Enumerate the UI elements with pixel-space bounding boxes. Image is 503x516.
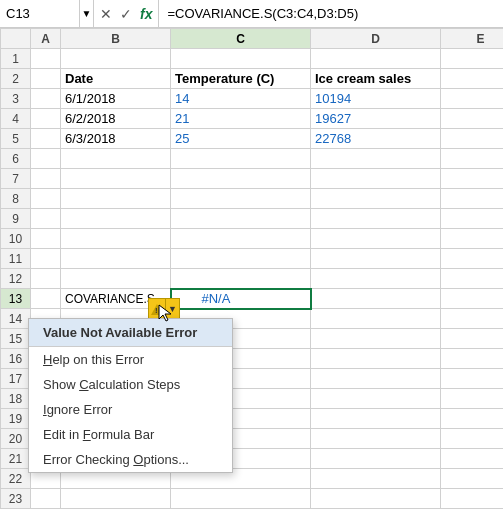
formula-input[interactable] xyxy=(159,6,503,21)
table-row: 11 xyxy=(1,249,504,269)
cell-d4[interactable]: 19627 xyxy=(311,109,441,129)
menu-item-ignore[interactable]: Ignore Error xyxy=(29,397,232,422)
col-header-b[interactable]: B xyxy=(61,29,171,49)
row-num-1: 1 xyxy=(1,49,31,69)
cell-reference-box[interactable]: C13 xyxy=(0,0,80,28)
cell-c13[interactable]: #N/A xyxy=(171,289,311,309)
table-row: 7 xyxy=(1,169,504,189)
col-header-d[interactable]: D xyxy=(311,29,441,49)
row-num-13: 13 xyxy=(1,289,31,309)
cell-c1[interactable] xyxy=(171,49,311,69)
chevron-down-icon: ▼ xyxy=(168,304,177,314)
cell-a3[interactable] xyxy=(31,89,61,109)
row-num-3: 3 xyxy=(1,89,31,109)
table-row: 4 6/2/2018 21 19627 xyxy=(1,109,504,129)
table-row: 5 6/3/2018 25 22768 xyxy=(1,129,504,149)
table-row: 9 xyxy=(1,209,504,229)
cell-c3[interactable]: 14 xyxy=(171,89,311,109)
formula-controls: ✕ ✓ fx xyxy=(94,0,159,28)
menu-item-label: Ignore Error xyxy=(43,402,112,417)
cell-e13[interactable] xyxy=(441,289,504,309)
menu-item-label: Error Checking Options... xyxy=(43,452,189,467)
cell-c4[interactable]: 21 xyxy=(171,109,311,129)
cell-ref-dropdown[interactable]: ▼ xyxy=(80,0,94,28)
table-row: 2 Date Temperature (C) Ice cream sales xyxy=(1,69,504,89)
cell-b4[interactable]: 6/2/2018 xyxy=(61,109,171,129)
cell-c5[interactable]: 25 xyxy=(171,129,311,149)
table-row: 1 xyxy=(1,49,504,69)
menu-item-calc[interactable]: Show Calculation Steps xyxy=(29,372,232,397)
table-row: 23 xyxy=(1,489,504,509)
col-header-c[interactable]: C xyxy=(171,29,311,49)
cell-a1[interactable] xyxy=(31,49,61,69)
menu-item-label: Show Calculation Steps xyxy=(43,377,180,392)
confirm-icon[interactable]: ✓ xyxy=(118,6,134,22)
cell-d13[interactable] xyxy=(311,289,441,309)
cell-a4[interactable] xyxy=(31,109,61,129)
cell-e3[interactable] xyxy=(441,89,504,109)
cell-b1[interactable] xyxy=(61,49,171,69)
row-num-2: 2 xyxy=(1,69,31,89)
cell-a2[interactable] xyxy=(31,69,61,89)
cancel-icon[interactable]: ✕ xyxy=(98,6,114,22)
error-dropdown-menu: Value Not Available Error Help on this E… xyxy=(28,318,233,473)
table-row: 12 xyxy=(1,269,504,289)
cell-c2[interactable]: Temperature (C) xyxy=(171,69,311,89)
cell-e4[interactable] xyxy=(441,109,504,129)
menu-item-label: Edit in Formula Bar xyxy=(43,427,154,442)
function-icon[interactable]: fx xyxy=(138,6,154,22)
error-indicator-button[interactable]: ! xyxy=(148,298,166,320)
cell-d2[interactable]: Ice cream sales xyxy=(311,69,441,89)
col-header-e[interactable]: E xyxy=(441,29,504,49)
cell-a13[interactable] xyxy=(31,289,61,309)
cell-e5[interactable] xyxy=(441,129,504,149)
menu-item-label: Help on this Error xyxy=(43,352,144,367)
cell-e1[interactable] xyxy=(441,49,504,69)
menu-item-options[interactable]: Error Checking Options... xyxy=(29,447,232,472)
error-dropdown-arrow[interactable]: ▼ xyxy=(166,298,180,320)
menu-item-formula-bar[interactable]: Edit in Formula Bar xyxy=(29,422,232,447)
cell-e2[interactable] xyxy=(441,69,504,89)
row-num-5: 5 xyxy=(1,129,31,149)
cell-d3[interactable]: 10194 xyxy=(311,89,441,109)
menu-header: Value Not Available Error xyxy=(29,319,232,347)
table-row: 8 xyxy=(1,189,504,209)
cell-b3[interactable]: 6/1/2018 xyxy=(61,89,171,109)
cell-b5[interactable]: 6/3/2018 xyxy=(61,129,171,149)
dropdown-arrow-icon: ▼ xyxy=(82,8,92,19)
cell-d1[interactable] xyxy=(311,49,441,69)
row-num-4: 4 xyxy=(1,109,31,129)
formula-bar: C13 ▼ ✕ ✓ fx xyxy=(0,0,503,28)
corner-cell xyxy=(1,29,31,49)
cell-b2[interactable]: Date xyxy=(61,69,171,89)
table-row: 6 xyxy=(1,149,504,169)
table-row: 3 6/1/2018 14 10194 xyxy=(1,89,504,109)
cell-d5[interactable]: 22768 xyxy=(311,129,441,149)
col-header-a[interactable]: A xyxy=(31,29,61,49)
menu-item-help[interactable]: Help on this Error xyxy=(29,347,232,372)
cell-a5[interactable] xyxy=(31,129,61,149)
table-row-13: 13 COVARIANCE.S #N/A xyxy=(1,289,504,309)
spreadsheet: C13 ▼ ✕ ✓ fx A B xyxy=(0,0,503,516)
cell-ref-value: C13 xyxy=(6,6,30,21)
table-row: 10 xyxy=(1,229,504,249)
error-button-container: ! ▼ xyxy=(148,298,180,320)
